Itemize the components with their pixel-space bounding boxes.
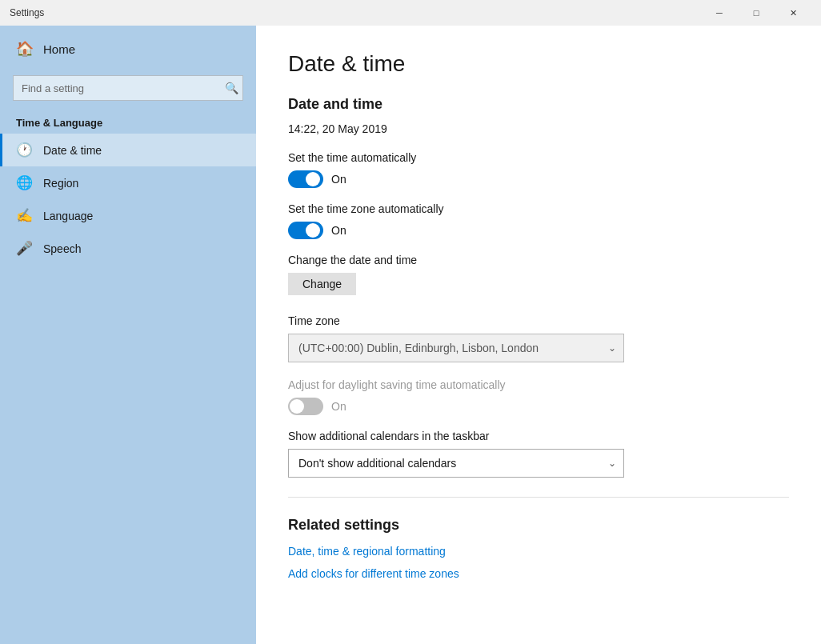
sidebar-item-region[interactable]: 🌐 Region bbox=[0, 166, 256, 199]
set-time-auto-toggle[interactable] bbox=[288, 170, 323, 188]
clock-icon: 🕐 bbox=[16, 142, 32, 158]
daylight-saving-toggle-text: On bbox=[331, 400, 346, 413]
calendars-group: Show additional calendars in the taskbar… bbox=[288, 430, 789, 478]
titlebar: Settings ─ □ ✕ bbox=[0, 0, 821, 26]
daylight-saving-row: On bbox=[288, 398, 789, 415]
language-icon: ✍ bbox=[16, 207, 32, 224]
titlebar-title: Settings bbox=[10, 7, 701, 18]
set-time-auto-row: On bbox=[288, 170, 789, 188]
change-date-label: Change the date and time bbox=[288, 254, 789, 266]
change-button[interactable]: Change bbox=[288, 273, 356, 295]
titlebar-controls: ─ □ ✕ bbox=[701, 0, 811, 26]
sidebar-home-label: Home bbox=[43, 42, 75, 56]
calendars-dropdown[interactable]: Don't show additional calendars bbox=[288, 449, 624, 478]
section-title-date-time: Date and time bbox=[288, 96, 789, 113]
set-zone-auto-toggle[interactable] bbox=[288, 222, 323, 239]
sidebar-item-region-label: Region bbox=[43, 177, 78, 190]
related-link-formatting[interactable]: Date, time & regional formatting bbox=[288, 545, 789, 558]
minimize-button[interactable]: ─ bbox=[701, 0, 738, 26]
sidebar-item-date-time-label: Date & time bbox=[43, 144, 102, 157]
page-title: Date & time bbox=[288, 51, 789, 77]
home-icon: 🏠 bbox=[16, 40, 34, 58]
close-button[interactable]: ✕ bbox=[775, 0, 811, 26]
section-divider bbox=[288, 497, 789, 498]
set-zone-auto-toggle-text: On bbox=[331, 224, 346, 237]
search-input[interactable] bbox=[13, 75, 243, 101]
sidebar: 🏠 Home 🔍 Time & Language 🕐 Date & time 🌐… bbox=[0, 26, 256, 644]
search-button[interactable]: 🔍 bbox=[225, 82, 238, 94]
set-zone-auto-row: On bbox=[288, 222, 789, 239]
search-box: 🔍 bbox=[13, 75, 243, 101]
sidebar-section-label: Time & Language bbox=[0, 110, 256, 134]
time-zone-group: Time zone (UTC+00:00) Dublin, Edinburgh,… bbox=[288, 314, 789, 362]
sidebar-item-speech[interactable]: 🎤 Speech bbox=[0, 232, 256, 265]
microphone-icon: 🎤 bbox=[16, 240, 32, 257]
sidebar-item-language[interactable]: ✍ Language bbox=[0, 199, 256, 232]
sidebar-item-home[interactable]: 🏠 Home bbox=[0, 26, 256, 72]
content-area: Date & time Date and time 14:22, 20 May … bbox=[256, 26, 821, 644]
time-zone-dropdown-wrapper: (UTC+00:00) Dublin, Edinburgh, Lisbon, L… bbox=[288, 334, 624, 362]
daylight-saving-label: Adjust for daylight saving time automati… bbox=[288, 378, 789, 391]
current-time-display: 14:22, 20 May 2019 bbox=[288, 122, 789, 135]
set-time-auto-toggle-text: On bbox=[331, 173, 346, 186]
calendars-dropdown-wrapper: Don't show additional calendars ⌄ bbox=[288, 449, 624, 478]
sidebar-item-speech-label: Speech bbox=[43, 242, 81, 255]
sidebar-item-date-time[interactable]: 🕐 Date & time bbox=[0, 134, 256, 166]
daylight-saving-toggle[interactable] bbox=[288, 398, 323, 415]
app-body: 🏠 Home 🔍 Time & Language 🕐 Date & time 🌐… bbox=[0, 26, 821, 644]
time-zone-value: (UTC+00:00) Dublin, Edinburgh, Lisbon, L… bbox=[298, 342, 539, 354]
time-zone-dropdown[interactable]: (UTC+00:00) Dublin, Edinburgh, Lisbon, L… bbox=[288, 334, 624, 362]
time-zone-label: Time zone bbox=[288, 314, 789, 327]
calendars-value: Don't show additional calendars bbox=[298, 457, 456, 470]
sidebar-item-language-label: Language bbox=[43, 210, 93, 222]
related-link-clocks[interactable]: Add clocks for different time zones bbox=[288, 567, 789, 580]
maximize-button[interactable]: □ bbox=[738, 0, 775, 26]
related-settings-title: Related settings bbox=[288, 517, 789, 534]
set-time-auto-label: Set the time automatically bbox=[288, 151, 789, 164]
show-calendars-label: Show additional calendars in the taskbar bbox=[288, 430, 789, 442]
globe-icon: 🌐 bbox=[16, 174, 32, 191]
set-zone-auto-label: Set the time zone automatically bbox=[288, 202, 789, 215]
